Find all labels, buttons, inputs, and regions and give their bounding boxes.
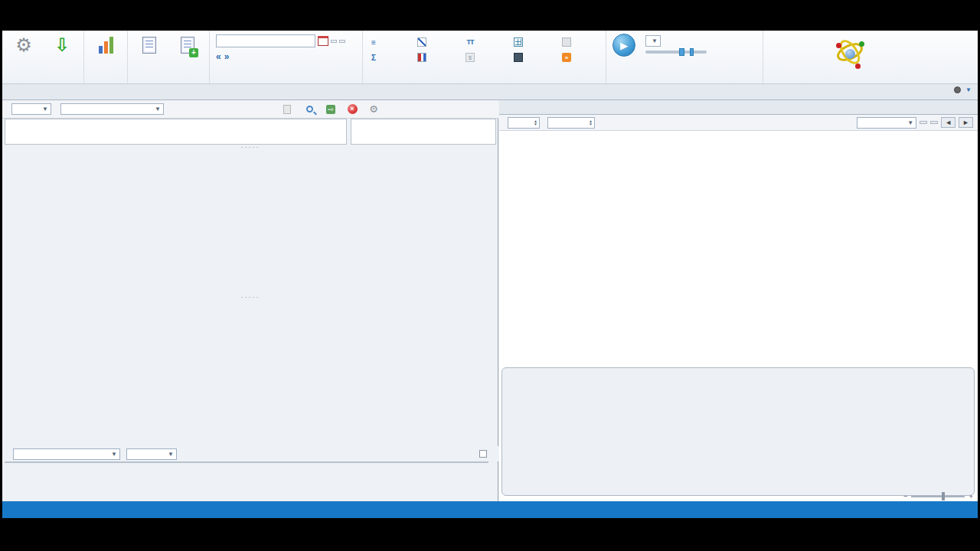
close-icon: × [348, 104, 358, 114]
trading-datetime-input[interactable] [216, 34, 315, 47]
chart-controls: ▲▼ ▲▼ ▼ ◄ ► [499, 115, 978, 131]
price-chart-icon [417, 53, 426, 62]
ribbon: ⚙ ⇩ [2, 31, 978, 84]
analysis-panel: ▼ ▼ ⇨ × ⚙ ····· ····· ▼ ▼ [2, 100, 498, 501]
t-plus-0-button[interactable] [920, 121, 927, 124]
ribbon-group-accounts: ⚙ ⇩ [2, 31, 84, 83]
monitor-grid-icon [514, 37, 523, 47]
watchlist-button[interactable]: ≡ [369, 35, 407, 49]
option-chain-icon: TT [466, 37, 475, 47]
monitor-grid-button[interactable] [514, 35, 551, 49]
import-arrow-icon: ⇩ [54, 35, 70, 55]
document-tabbar: ▼ [2, 84, 978, 100]
rss-feed-button[interactable]: » [562, 51, 599, 64]
app-window: ⚙ ⇩ [2, 31, 978, 518]
price-chart-button[interactable] [417, 51, 455, 64]
earnings-button[interactable] [562, 35, 599, 49]
zoom-slider[interactable] [911, 495, 965, 497]
option-chain-button[interactable]: TT [466, 35, 503, 49]
rewind-icon[interactable]: « [216, 51, 221, 62]
risk-chart-icon [417, 37, 426, 47]
speed-slider[interactable] [645, 51, 707, 54]
calendar-icon[interactable] [318, 36, 328, 46]
chevron-down-icon: ▼ [155, 106, 161, 112]
slider-handle[interactable] [679, 48, 684, 56]
export-button[interactable]: ⇨ [325, 103, 337, 116]
lin-log-button[interactable] [930, 121, 938, 124]
commit-icon [283, 105, 291, 114]
symbol-row: ▼ ▼ ⇨ × ⚙ [2, 100, 498, 119]
account-status-icon [954, 86, 961, 93]
position-select[interactable]: ▼ [60, 103, 164, 115]
watchlist-icon: ≡ [369, 37, 378, 47]
status-bar [2, 501, 978, 518]
trade-analysis-controls: ▼ ▼ [2, 446, 498, 461]
document-plus-icon [181, 37, 194, 54]
forward-icon[interactable]: » [224, 51, 230, 62]
reports-button[interactable] [90, 32, 121, 58]
theo-price-stepper[interactable]: ▲▼ [547, 117, 595, 129]
earnings-icon [562, 37, 571, 47]
app-logo [831, 32, 973, 81]
symbol-select[interactable]: ▼ [11, 103, 51, 115]
next-arrow-button[interactable]: ► [959, 117, 973, 128]
prev-arrow-button[interactable]: ◄ [941, 117, 956, 128]
risk-chart[interactable] [499, 131, 978, 367]
splitter-handle[interactable]: ····· [2, 145, 498, 149]
play-icon: ▶ [620, 40, 628, 51]
projection-date-select[interactable]: ▼ [857, 117, 916, 129]
analysis-icon: Σ [369, 53, 378, 62]
rss-icon: » [562, 53, 571, 62]
interval-select[interactable]: ▼ [645, 35, 661, 47]
live-toggle[interactable] [339, 40, 345, 43]
quote-table-underlying [5, 119, 347, 145]
ignore-trades-checkbox[interactable] [479, 450, 487, 458]
bar-chart-icon [99, 37, 113, 54]
search-icon [306, 106, 313, 112]
monitor-dock-icon [514, 53, 523, 62]
ribbon-group-datetime: « » [210, 31, 363, 83]
gear-icon: ⚙ [369, 103, 378, 115]
exp-toggle[interactable] [331, 40, 337, 43]
greeks-chart [502, 368, 974, 495]
quote-table-position [351, 119, 496, 145]
trade-analysis-table [5, 461, 488, 463]
import-button[interactable]: ⇩ [47, 32, 77, 58]
greeks-panel [501, 367, 975, 496]
chain-settings-button[interactable]: ⚙ [368, 103, 380, 116]
export-icon: ⇨ [326, 105, 335, 114]
orders-button[interactable]: $ [466, 51, 503, 64]
document-icon [142, 37, 156, 54]
auto-select[interactable]: ▼ [126, 448, 177, 460]
commit-button[interactable] [283, 105, 294, 114]
risk-chart-button[interactable] [417, 35, 455, 49]
chevron-down-icon: ▼ [652, 37, 658, 44]
ribbon-group-windows: ≡ TT Σ $ » [363, 31, 606, 83]
chart-tabbar [499, 100, 978, 115]
orders-icon: $ [466, 53, 475, 62]
atom-logo-icon [833, 38, 867, 69]
gear-icon: ⚙ [15, 35, 32, 55]
analysis-mode-select[interactable]: ▼ [13, 448, 120, 460]
splitter-handle-2[interactable]: ····· [2, 295, 498, 299]
chevron-down-icon: ▼ [965, 86, 972, 93]
account-selector[interactable]: ▼ [949, 86, 972, 93]
ribbon-group-playback: ▶ ▼ [606, 31, 763, 83]
settings-button[interactable]: ⚙ [8, 32, 39, 58]
analysis-button[interactable]: Σ [369, 51, 407, 64]
commit-trade-button[interactable] [172, 32, 203, 58]
ribbon-group-reports [84, 31, 128, 83]
screen: ⚙ ⇩ [0, 0, 980, 551]
risk-chart-panel: ▲▼ ▲▼ ▼ ◄ ► −+ [499, 100, 978, 501]
search-button[interactable] [303, 103, 315, 116]
slider-handle-2[interactable] [690, 48, 694, 56]
chevron-down-icon: ▼ [42, 106, 48, 112]
zoom-control[interactable]: −+ [900, 492, 973, 500]
close-position-button[interactable]: × [346, 103, 358, 116]
trade-log-button[interactable] [134, 32, 165, 58]
play-button[interactable]: ▶ [612, 34, 635, 73]
ribbon-group-tradelog [128, 31, 210, 83]
vol-adjust-stepper[interactable]: ▲▼ [508, 117, 540, 129]
monitor-dock-button[interactable] [514, 51, 551, 64]
